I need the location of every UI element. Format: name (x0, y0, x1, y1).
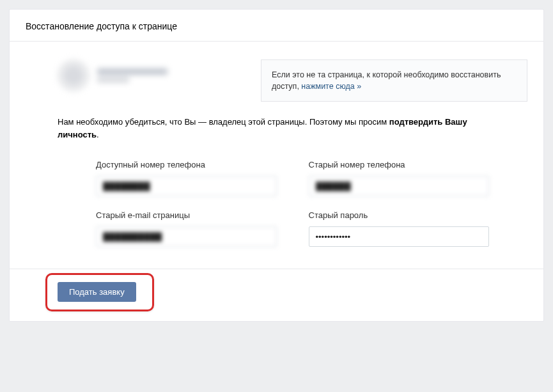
intro-part2: . (97, 130, 99, 139)
submit-button[interactable]: Подать заявку (58, 282, 136, 302)
top-row: Если это не та страница, к которой необх… (26, 59, 527, 102)
profile-sub-placeholder (97, 77, 129, 82)
profile-name-placeholder (97, 68, 167, 75)
label-old-phone: Старый номер телефона (309, 160, 490, 169)
input-available-phone[interactable] (96, 176, 277, 196)
form-grid: Доступный номер телефона Старый номер те… (26, 160, 527, 269)
intro-text: Нам необходимо убедиться, что Вы — владе… (26, 116, 527, 141)
wrong-page-link[interactable]: нажмите сюда » (301, 82, 361, 91)
page-title: Восстановление доступа к странице (10, 10, 543, 42)
label-available-phone: Доступный номер телефона (96, 160, 277, 169)
profile-preview (58, 59, 249, 91)
avatar (58, 59, 90, 91)
card-footer: Подать заявку (10, 269, 543, 321)
input-old-phone[interactable] (309, 176, 490, 196)
field-old-email: Старый e-mail страницы (96, 210, 277, 247)
label-old-password: Старый пароль (309, 210, 490, 220)
input-old-email[interactable] (96, 226, 277, 247)
field-old-password: Старый пароль (309, 210, 490, 247)
profile-info (97, 68, 167, 82)
input-old-password[interactable] (309, 226, 490, 247)
card-body: Если это не та страница, к которой необх… (10, 42, 543, 269)
label-old-email: Старый e-mail страницы (96, 210, 277, 220)
restore-access-card: Восстановление доступа к странице Если э… (9, 9, 544, 322)
field-old-phone: Старый номер телефона (309, 160, 490, 196)
field-available-phone: Доступный номер телефона (96, 160, 277, 196)
intro-part1: Нам необходимо убедиться, что Вы — владе… (58, 117, 389, 127)
wrong-page-notice: Если это не та страница, к которой необх… (261, 59, 527, 102)
